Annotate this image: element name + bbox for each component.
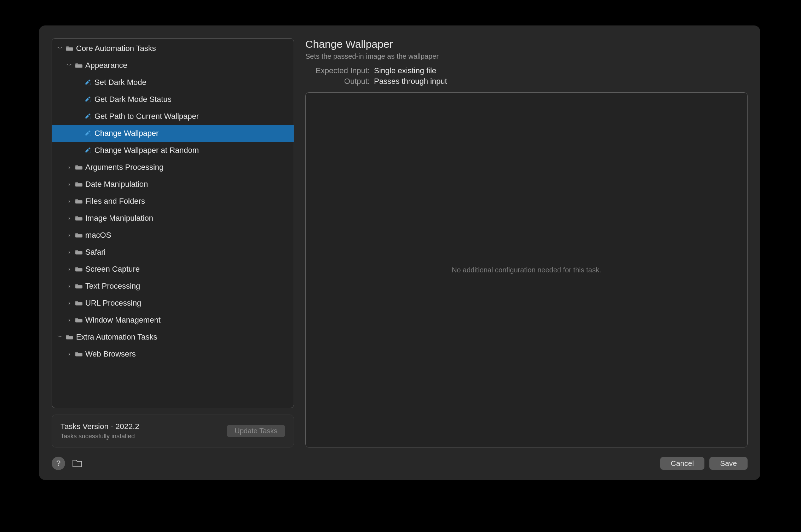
tree-row-label: Files and Folders <box>85 197 145 206</box>
version-text-group: Tasks Version - 2022.2 Tasks sucessfully… <box>60 422 139 440</box>
help-button[interactable]: ? <box>52 457 65 470</box>
tree-row-label: macOS <box>85 231 111 240</box>
reveal-folder-button[interactable] <box>70 457 85 470</box>
automation-task-icon <box>84 95 92 104</box>
tree-row-label: Arguments Processing <box>85 163 163 172</box>
tree-row[interactable]: ﹀Appearance <box>52 57 294 74</box>
version-status: Tasks sucessfully installed <box>60 433 139 440</box>
tree-row[interactable]: Change Wallpaper <box>52 125 294 142</box>
tree-row[interactable]: ›Web Browsers <box>52 346 294 363</box>
detail-row-input: Expected Input: Single existing file <box>305 66 748 75</box>
tree-row[interactable]: Get Path to Current Wallpaper <box>52 108 294 125</box>
detail-row-label: Expected Input: <box>305 66 370 75</box>
chevron-right-icon[interactable]: › <box>66 164 73 170</box>
chevron-right-icon[interactable]: › <box>66 249 73 255</box>
automation-task-icon <box>84 112 92 121</box>
tree-row-label: Change Wallpaper at Random <box>94 146 199 155</box>
folder-icon <box>75 282 83 290</box>
detail-row-output: Output: Passes through input <box>305 77 748 86</box>
tree-row[interactable]: Set Dark Mode <box>52 74 294 91</box>
tree-row[interactable]: ›Date Manipulation <box>52 176 294 193</box>
folder-icon <box>75 163 83 172</box>
chevron-down-icon[interactable]: ﹀ <box>57 334 63 340</box>
tree-row-label: Web Browsers <box>85 349 136 359</box>
folder-icon <box>75 248 83 256</box>
chevron-right-icon[interactable]: › <box>66 351 73 357</box>
detail-row-label: Output: <box>305 77 370 86</box>
tree-row-label: Screen Capture <box>85 265 140 274</box>
chevron-right-icon[interactable]: › <box>66 232 73 238</box>
dialog-window: ﹀Core Automation Tasks﹀AppearanceSet Dar… <box>39 25 760 480</box>
tree-row[interactable]: ›Screen Capture <box>52 261 294 278</box>
tree-row-label: URL Processing <box>85 299 141 308</box>
chevron-right-icon[interactable]: › <box>66 215 73 221</box>
update-tasks-button[interactable]: Update Tasks <box>227 425 285 437</box>
tree-row[interactable]: ›Safari <box>52 244 294 261</box>
detail-row-value: Single existing file <box>374 66 436 75</box>
chevron-down-icon[interactable]: ﹀ <box>66 62 73 69</box>
tree-row-label: Set Dark Mode <box>94 78 146 87</box>
tree-row-label: Text Processing <box>85 282 140 291</box>
tree-row[interactable]: ›Window Management <box>52 312 294 329</box>
right-column: Change Wallpaper Sets the passed-in imag… <box>305 38 748 447</box>
tree-row[interactable]: ﹀Core Automation Tasks <box>52 40 294 57</box>
automation-task-icon <box>84 129 92 138</box>
chevron-right-icon[interactable]: › <box>66 266 73 272</box>
folder-icon <box>75 299 83 307</box>
left-column: ﹀Core Automation Tasks﹀AppearanceSet Dar… <box>52 38 294 447</box>
version-box: Tasks Version - 2022.2 Tasks sucessfully… <box>52 415 294 447</box>
config-placeholder-text: No additional configuration needed for t… <box>452 266 601 274</box>
detail-title: Change Wallpaper <box>305 38 748 50</box>
tasks-tree[interactable]: ﹀Core Automation Tasks﹀AppearanceSet Dar… <box>52 38 294 408</box>
chevron-right-icon[interactable]: › <box>66 317 73 323</box>
tree-row-label: Appearance <box>85 61 127 70</box>
cancel-button[interactable]: Cancel <box>660 457 704 470</box>
automation-task-icon <box>84 146 92 155</box>
tree-row-label: Get Path to Current Wallpaper <box>94 112 199 121</box>
detail-description: Sets the passed-in image as the wallpape… <box>305 52 748 60</box>
tree-row-label: Get Dark Mode Status <box>94 95 172 104</box>
tree-row[interactable]: Get Dark Mode Status <box>52 91 294 108</box>
automation-task-icon <box>84 78 92 87</box>
tree-row[interactable]: ›Arguments Processing <box>52 159 294 176</box>
config-area: No additional configuration needed for t… <box>305 92 748 447</box>
folder-icon <box>75 214 83 222</box>
tree-row[interactable]: ›Text Processing <box>52 278 294 295</box>
chevron-right-icon[interactable]: › <box>66 300 73 306</box>
tree-row-label: Change Wallpaper <box>94 129 159 138</box>
save-button[interactable]: Save <box>709 457 748 470</box>
tree-row-label: Window Management <box>85 316 161 325</box>
chevron-right-icon[interactable]: › <box>66 283 73 289</box>
folder-icon <box>75 350 83 358</box>
tree-row-label: Image Manipulation <box>85 214 153 223</box>
detail-row-value: Passes through input <box>374 77 447 86</box>
folder-icon <box>75 316 83 324</box>
folder-icon <box>75 231 83 239</box>
version-line: Tasks Version - 2022.2 <box>60 422 139 431</box>
dialog-footer: ? Cancel Save <box>39 452 760 480</box>
folder-icon <box>73 459 82 468</box>
folder-icon <box>65 44 74 53</box>
folder-icon <box>75 61 83 70</box>
tree-row[interactable]: ›macOS <box>52 227 294 244</box>
folder-icon <box>75 180 83 189</box>
tree-row[interactable]: Change Wallpaper at Random <box>52 142 294 159</box>
tree-row[interactable]: ›URL Processing <box>52 295 294 312</box>
tree-row-label: Core Automation Tasks <box>76 44 156 53</box>
folder-icon <box>75 197 83 206</box>
tree-row[interactable]: ›Files and Folders <box>52 193 294 210</box>
chevron-right-icon[interactable]: › <box>66 181 73 187</box>
chevron-right-icon[interactable]: › <box>66 198 73 204</box>
folder-icon <box>75 265 83 273</box>
tree-row-label: Date Manipulation <box>85 180 148 189</box>
chevron-down-icon[interactable]: ﹀ <box>57 45 63 52</box>
folder-icon <box>65 333 74 341</box>
dialog-body: ﹀Core Automation Tasks﹀AppearanceSet Dar… <box>39 25 760 452</box>
tree-row-label: Extra Automation Tasks <box>76 332 157 342</box>
tree-row[interactable]: ›Image Manipulation <box>52 210 294 227</box>
tree-row-label: Safari <box>85 248 105 257</box>
tree-row[interactable]: ﹀Extra Automation Tasks <box>52 329 294 346</box>
